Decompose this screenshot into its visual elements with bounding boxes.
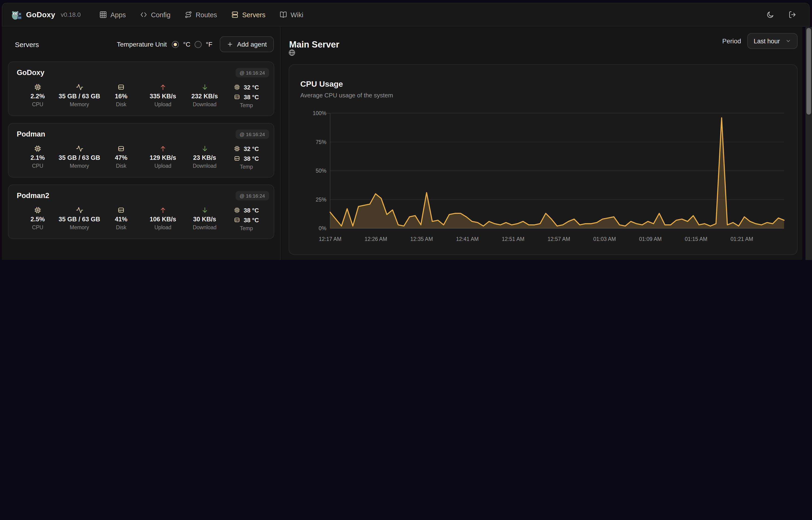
svg-text:01:21 AM: 01:21 AM xyxy=(730,236,753,242)
arrow-up-icon xyxy=(159,206,167,214)
stat-disk: 16%Disk xyxy=(100,83,142,108)
nav-item-label: Config xyxy=(151,11,171,19)
hard-drive-icon xyxy=(117,83,125,91)
nav-item-apps[interactable]: Apps xyxy=(99,11,126,19)
page-title: Main Server xyxy=(289,40,339,50)
book-icon xyxy=(279,11,287,19)
globe-icon[interactable] xyxy=(288,49,296,56)
stat-value: 23 KB/s xyxy=(193,154,216,162)
server-timestamp: @ 16:16:24 xyxy=(235,130,269,139)
server-icon xyxy=(231,11,239,19)
godoxy-app: GoDoxy v0.18.0 AppsConfigRoutesServersWi… xyxy=(0,0,812,260)
stat-memory: 35 GB / 63 GBMemory xyxy=(58,206,100,231)
logout-icon[interactable] xyxy=(788,11,796,19)
stat-disk: 41%Disk xyxy=(100,206,142,231)
server-stats: 2.2%CPU35 GB / 63 GBMemory16%Disk335 KB/… xyxy=(17,83,267,108)
temp-disk-value: 38 °C xyxy=(244,155,259,162)
chart-subtitle: Average CPU usage of the system xyxy=(300,92,393,99)
svg-text:01:09 AM: 01:09 AM xyxy=(639,236,662,242)
stat-cpu: 2.5%CPU xyxy=(17,206,58,231)
stat-label: CPU xyxy=(32,225,43,230)
stat-value: 2.2% xyxy=(30,92,45,100)
cpu-icon xyxy=(34,206,41,214)
add-agent-button[interactable]: Add agent xyxy=(220,36,274,52)
plus-icon xyxy=(227,41,233,48)
navbar-actions xyxy=(766,11,796,19)
cpu-icon xyxy=(234,84,241,90)
period-select[interactable]: Last hour xyxy=(747,33,797,49)
period-value: Last hour xyxy=(754,37,780,45)
stat-label: Download xyxy=(193,102,217,107)
theme-toggle-moon-icon[interactable] xyxy=(766,11,774,19)
server-timestamp: @ 16:16:24 xyxy=(235,191,269,200)
activity-icon xyxy=(76,145,83,152)
cpu-icon xyxy=(234,146,241,152)
stat-value: 2.1% xyxy=(30,154,45,162)
stat-label: CPU xyxy=(32,102,43,107)
stat-value: 35 GB / 63 GB xyxy=(59,154,100,162)
stat-cpu: 2.1%CPU xyxy=(17,145,58,170)
stat-label: Temp xyxy=(240,226,253,231)
stat-label: Download xyxy=(193,163,217,169)
stat-label: Upload xyxy=(155,225,171,230)
nav-items: AppsConfigRoutesServersWiki xyxy=(99,11,303,19)
stat-value: 129 KB/s xyxy=(150,154,176,162)
nav-item-config[interactable]: Config xyxy=(140,11,171,19)
temperature-unit-group: Temperature Unit °C°F xyxy=(117,41,213,48)
cpu-usage-card: CPU Usage Average CPU usage of the syste… xyxy=(289,64,797,255)
svg-text:100%: 100% xyxy=(313,110,326,116)
nav-item-routes[interactable]: Routes xyxy=(185,11,217,19)
arrow-down-icon xyxy=(201,145,208,152)
nav-item-servers[interactable]: Servers xyxy=(231,11,265,19)
temp-cpu-value: 32 °C xyxy=(244,145,259,152)
stat-label: Temp xyxy=(240,164,253,170)
svg-text:12:17 AM: 12:17 AM xyxy=(319,236,341,242)
add-agent-label: Add agent xyxy=(237,41,267,48)
arrow-up-icon xyxy=(159,83,167,91)
temperature-radio-F[interactable] xyxy=(195,41,202,48)
nav-item-label: Wiki xyxy=(290,11,303,19)
sidebar-header: Servers Temperature Unit °C°F Add agent xyxy=(2,27,280,58)
stat-label: CPU xyxy=(32,163,43,169)
brand[interactable]: GoDoxy v0.18.0 xyxy=(11,9,81,20)
stat-label: Disk xyxy=(116,225,127,230)
nav-item-label: Routes xyxy=(196,11,217,19)
server-name: GoDoxy xyxy=(17,69,267,77)
stat-value: 30 KB/s xyxy=(193,215,216,223)
hard-drive-icon xyxy=(117,206,125,214)
server-name: Podman xyxy=(17,130,267,138)
svg-text:0%: 0% xyxy=(319,225,326,231)
svg-text:12:57 AM: 12:57 AM xyxy=(548,236,570,242)
hard-drive-icon xyxy=(234,217,241,223)
activity-icon xyxy=(76,83,83,91)
server-timestamp: @ 16:16:24 xyxy=(235,68,269,77)
stat-label: Memory xyxy=(69,102,89,107)
cpu-icon xyxy=(34,83,41,91)
stat-value: 41% xyxy=(115,215,127,223)
temperature-radio-C[interactable] xyxy=(172,41,179,48)
brand-version: v0.18.0 xyxy=(61,11,81,18)
stat-download: 23 KB/sDownload xyxy=(184,145,225,170)
svg-text:12:35 AM: 12:35 AM xyxy=(410,236,433,242)
stat-label: Memory xyxy=(69,225,89,230)
nav-item-wiki[interactable]: Wiki xyxy=(279,11,303,19)
period-label: Period xyxy=(722,37,741,45)
server-card-podman2[interactable]: Podman2@ 16:16:242.5%CPU35 GB / 63 GBMem… xyxy=(8,184,274,239)
stat-value: 335 KB/s xyxy=(150,92,176,100)
grid-icon xyxy=(99,11,107,19)
server-card-podman[interactable]: Podman@ 16:16:242.1%CPU35 GB / 63 GBMemo… xyxy=(8,123,274,178)
scrollbar[interactable] xyxy=(806,27,812,260)
svg-text:01:03 AM: 01:03 AM xyxy=(593,236,616,242)
nav-item-label: Apps xyxy=(110,11,126,19)
scrollbar-thumb[interactable] xyxy=(806,28,811,114)
stat-disk: 47%Disk xyxy=(100,145,142,170)
nav-item-label: Servers xyxy=(242,11,265,19)
server-card-list: GoDoxy@ 16:16:242.2%CPU35 GB / 63 GBMemo… xyxy=(2,58,280,239)
cpu-icon xyxy=(34,145,41,152)
sidebar-title: Servers xyxy=(15,40,39,48)
server-card-godoxy[interactable]: GoDoxy@ 16:16:242.2%CPU35 GB / 63 GBMemo… xyxy=(8,61,274,116)
temp-disk-value: 38 °C xyxy=(244,216,259,224)
stat-label: Disk xyxy=(116,163,127,169)
temperature-radio-label: °F xyxy=(206,41,212,48)
godoxy-logo-icon xyxy=(11,9,22,20)
